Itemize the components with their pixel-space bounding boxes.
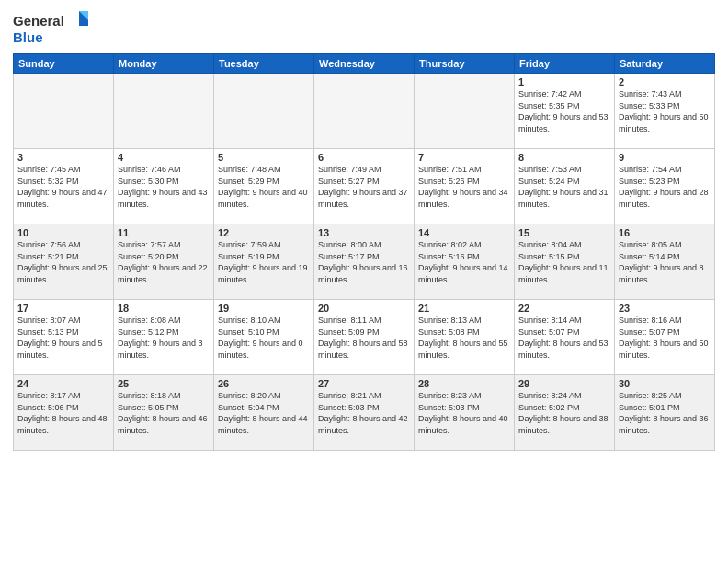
calendar-cell: 22Sunrise: 8:14 AM Sunset: 5:07 PM Dayli… — [515, 300, 615, 375]
day-info: Sunrise: 8:02 AM Sunset: 5:16 PM Dayligh… — [418, 239, 510, 285]
day-info: Sunrise: 7:59 AM Sunset: 5:19 PM Dayligh… — [218, 239, 310, 285]
day-info: Sunrise: 7:46 AM Sunset: 5:30 PM Dayligh… — [118, 164, 210, 210]
week-row-2: 10Sunrise: 7:56 AM Sunset: 5:21 PM Dayli… — [14, 224, 715, 300]
day-info: Sunrise: 7:45 AM Sunset: 5:32 PM Dayligh… — [17, 164, 109, 210]
weekday-header-friday: Friday — [515, 54, 615, 74]
day-number: 10 — [17, 227, 109, 238]
day-info: Sunrise: 8:21 AM Sunset: 5:03 PM Dayligh… — [318, 390, 410, 436]
day-info: Sunrise: 8:25 AM Sunset: 5:01 PM Dayligh… — [619, 390, 711, 436]
day-info: Sunrise: 8:23 AM Sunset: 5:03 PM Dayligh… — [418, 390, 510, 436]
calendar-cell: 25Sunrise: 8:18 AM Sunset: 5:05 PM Dayli… — [114, 375, 214, 451]
day-number: 26 — [218, 378, 310, 389]
week-row-4: 24Sunrise: 8:17 AM Sunset: 5:06 PM Dayli… — [14, 375, 715, 451]
day-info: Sunrise: 8:17 AM Sunset: 5:06 PM Dayligh… — [17, 390, 109, 436]
calendar-cell: 1Sunrise: 7:42 AM Sunset: 5:35 PM Daylig… — [515, 74, 615, 149]
calendar-cell: 10Sunrise: 7:56 AM Sunset: 5:21 PM Dayli… — [14, 224, 114, 300]
day-info: Sunrise: 8:24 AM Sunset: 5:02 PM Dayligh… — [518, 390, 610, 436]
day-number: 23 — [619, 303, 711, 314]
day-number: 22 — [518, 303, 610, 314]
calendar-cell: 18Sunrise: 8:08 AM Sunset: 5:12 PM Dayli… — [114, 300, 214, 375]
day-number: 15 — [518, 227, 610, 238]
calendar-cell: 15Sunrise: 8:04 AM Sunset: 5:15 PM Dayli… — [515, 224, 615, 300]
day-number: 13 — [318, 227, 410, 238]
calendar-cell: 2Sunrise: 7:43 AM Sunset: 5:33 PM Daylig… — [615, 74, 715, 149]
calendar-cell: 16Sunrise: 8:05 AM Sunset: 5:14 PM Dayli… — [615, 224, 715, 300]
day-number: 7 — [418, 152, 510, 163]
day-info: Sunrise: 8:20 AM Sunset: 5:04 PM Dayligh… — [218, 390, 310, 436]
day-info: Sunrise: 7:57 AM Sunset: 5:20 PM Dayligh… — [118, 239, 210, 285]
calendar-body: 1Sunrise: 7:42 AM Sunset: 5:35 PM Daylig… — [14, 74, 715, 451]
calendar-cell: 8Sunrise: 7:53 AM Sunset: 5:24 PM Daylig… — [515, 149, 615, 224]
logo: General Blue — [13, 9, 96, 48]
day-number: 19 — [218, 303, 310, 314]
day-info: Sunrise: 7:53 AM Sunset: 5:24 PM Dayligh… — [518, 164, 610, 210]
calendar-cell: 4Sunrise: 7:46 AM Sunset: 5:30 PM Daylig… — [114, 149, 214, 224]
day-info: Sunrise: 8:16 AM Sunset: 5:07 PM Dayligh… — [619, 315, 711, 361]
calendar-cell: 29Sunrise: 8:24 AM Sunset: 5:02 PM Dayli… — [515, 375, 615, 451]
calendar-cell — [314, 74, 415, 149]
calendar-cell: 12Sunrise: 7:59 AM Sunset: 5:19 PM Dayli… — [214, 224, 314, 300]
day-info: Sunrise: 7:43 AM Sunset: 5:33 PM Dayligh… — [619, 88, 711, 134]
weekday-header-sunday: Sunday — [14, 54, 114, 74]
calendar-cell: 7Sunrise: 7:51 AM Sunset: 5:26 PM Daylig… — [415, 149, 515, 224]
calendar-cell: 21Sunrise: 8:13 AM Sunset: 5:08 PM Dayli… — [415, 300, 515, 375]
day-info: Sunrise: 8:10 AM Sunset: 5:10 PM Dayligh… — [218, 315, 310, 361]
calendar-cell — [14, 74, 114, 149]
calendar-table: SundayMondayTuesdayWednesdayThursdayFrid… — [13, 53, 715, 451]
calendar-cell — [214, 74, 314, 149]
day-number: 11 — [118, 227, 210, 238]
day-number: 6 — [318, 152, 410, 163]
day-number: 5 — [218, 152, 310, 163]
day-number: 21 — [418, 303, 510, 314]
day-number: 4 — [118, 152, 210, 163]
calendar-cell: 30Sunrise: 8:25 AM Sunset: 5:01 PM Dayli… — [615, 375, 715, 451]
day-number: 3 — [17, 152, 109, 163]
week-row-0: 1Sunrise: 7:42 AM Sunset: 5:35 PM Daylig… — [14, 74, 715, 149]
day-info: Sunrise: 7:56 AM Sunset: 5:21 PM Dayligh… — [17, 239, 109, 285]
weekday-header-tuesday: Tuesday — [214, 54, 314, 74]
day-number: 12 — [218, 227, 310, 238]
weekday-header-wednesday: Wednesday — [314, 54, 415, 74]
header: General Blue — [13, 9, 715, 48]
calendar-cell: 11Sunrise: 7:57 AM Sunset: 5:20 PM Dayli… — [114, 224, 214, 300]
day-number: 20 — [318, 303, 410, 314]
calendar-cell: 9Sunrise: 7:54 AM Sunset: 5:23 PM Daylig… — [615, 149, 715, 224]
calendar-cell: 14Sunrise: 8:02 AM Sunset: 5:16 PM Dayli… — [415, 224, 515, 300]
day-info: Sunrise: 8:05 AM Sunset: 5:14 PM Dayligh… — [619, 239, 711, 285]
day-number: 9 — [619, 152, 711, 163]
day-info: Sunrise: 7:49 AM Sunset: 5:27 PM Dayligh… — [318, 164, 410, 210]
day-number: 8 — [518, 152, 610, 163]
day-info: Sunrise: 8:00 AM Sunset: 5:17 PM Dayligh… — [318, 239, 410, 285]
svg-text:Blue: Blue — [13, 29, 43, 45]
day-number: 17 — [17, 303, 109, 314]
day-number: 28 — [418, 378, 510, 389]
weekday-header-monday: Monday — [114, 54, 214, 74]
calendar-header: SundayMondayTuesdayWednesdayThursdayFrid… — [14, 54, 715, 74]
calendar-cell: 23Sunrise: 8:16 AM Sunset: 5:07 PM Dayli… — [615, 300, 715, 375]
calendar-cell: 26Sunrise: 8:20 AM Sunset: 5:04 PM Dayli… — [214, 375, 314, 451]
calendar-cell: 19Sunrise: 8:10 AM Sunset: 5:10 PM Dayli… — [214, 300, 314, 375]
logo-area: General Blue — [13, 9, 96, 48]
weekday-header-row: SundayMondayTuesdayWednesdayThursdayFrid… — [14, 54, 715, 74]
calendar-cell: 17Sunrise: 8:07 AM Sunset: 5:13 PM Dayli… — [14, 300, 114, 375]
day-number: 1 — [518, 76, 610, 87]
calendar-cell: 27Sunrise: 8:21 AM Sunset: 5:03 PM Dayli… — [314, 375, 415, 451]
calendar-cell: 28Sunrise: 8:23 AM Sunset: 5:03 PM Dayli… — [415, 375, 515, 451]
calendar-cell — [114, 74, 214, 149]
day-info: Sunrise: 8:13 AM Sunset: 5:08 PM Dayligh… — [418, 315, 510, 361]
day-number: 25 — [118, 378, 210, 389]
day-info: Sunrise: 8:08 AM Sunset: 5:12 PM Dayligh… — [118, 315, 210, 361]
svg-text:General: General — [13, 13, 64, 29]
day-info: Sunrise: 8:07 AM Sunset: 5:13 PM Dayligh… — [17, 315, 109, 361]
day-number: 2 — [619, 76, 711, 87]
day-info: Sunrise: 7:48 AM Sunset: 5:29 PM Dayligh… — [218, 164, 310, 210]
calendar-cell: 6Sunrise: 7:49 AM Sunset: 5:27 PM Daylig… — [314, 149, 415, 224]
day-number: 18 — [118, 303, 210, 314]
logo-svg: General Blue — [13, 9, 96, 48]
day-info: Sunrise: 7:51 AM Sunset: 5:26 PM Dayligh… — [418, 164, 510, 210]
day-info: Sunrise: 7:42 AM Sunset: 5:35 PM Dayligh… — [518, 88, 610, 134]
day-info: Sunrise: 8:04 AM Sunset: 5:15 PM Dayligh… — [518, 239, 610, 285]
day-info: Sunrise: 8:14 AM Sunset: 5:07 PM Dayligh… — [518, 315, 610, 361]
weekday-header-saturday: Saturday — [615, 54, 715, 74]
weekday-header-thursday: Thursday — [415, 54, 515, 74]
